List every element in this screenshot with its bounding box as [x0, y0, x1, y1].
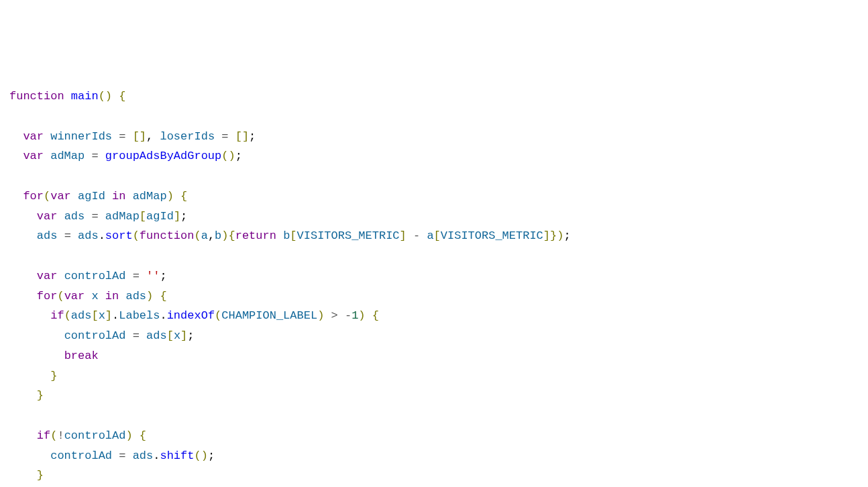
code-block: function main() { var winnerIds = [], lo… [9, 87, 859, 487]
